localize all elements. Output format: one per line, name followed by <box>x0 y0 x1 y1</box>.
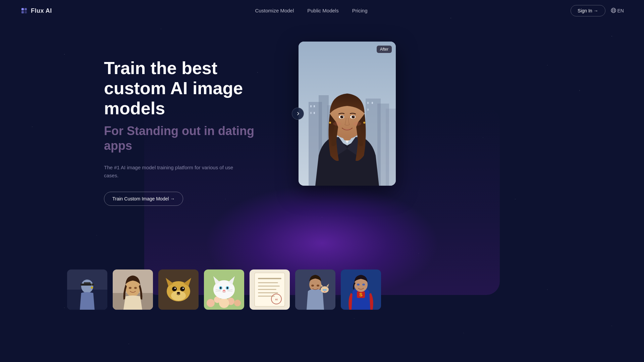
svg-rect-21 <box>367 109 369 111</box>
svg-point-54 <box>182 288 184 289</box>
bottom-image-strip: AI <box>0 263 644 316</box>
strip-item-2 <box>113 269 153 310</box>
nav-links: Customize Model Public Models Pricing <box>255 8 367 14</box>
nav-public-models[interactable]: Public Models <box>307 8 338 13</box>
strip-item-5: AI <box>250 269 290 310</box>
svg-point-61 <box>219 298 229 308</box>
navbar: Flux AI Customize Model Public Models Pr… <box>0 0 644 21</box>
svg-rect-3 <box>24 11 27 13</box>
hero-section: Train the best custom AI image models Fo… <box>0 21 644 256</box>
svg-point-51 <box>172 287 177 291</box>
nav-customize-model[interactable]: Customize Model <box>255 8 294 13</box>
svg-point-47 <box>134 287 137 289</box>
logo[interactable]: Flux AI <box>20 7 52 15</box>
svg-rect-20 <box>372 102 373 104</box>
svg-point-52 <box>180 287 185 291</box>
hero-title: Train the best custom AI image models <box>104 58 278 118</box>
svg-point-89 <box>317 285 319 287</box>
svg-point-66 <box>227 287 228 289</box>
logo-text: Flux AI <box>31 7 52 14</box>
svg-rect-18 <box>314 112 315 114</box>
svg-rect-2 <box>21 11 24 13</box>
svg-rect-40 <box>84 282 91 284</box>
signin-button[interactable]: Sign In → <box>571 5 605 16</box>
svg-point-30 <box>342 116 343 117</box>
svg-rect-75 <box>258 282 278 283</box>
svg-point-95 <box>362 284 365 286</box>
svg-rect-74 <box>258 278 281 279</box>
svg-point-42 <box>91 287 93 289</box>
train-cta-label: Train Custom Image Model → <box>112 196 175 201</box>
strip-item-6 <box>295 269 335 310</box>
train-cta-button[interactable]: Train Custom Image Model → <box>104 192 183 206</box>
nav-pricing[interactable]: Pricing <box>352 8 368 13</box>
svg-point-53 <box>174 288 176 289</box>
lang-text: EN <box>618 8 624 13</box>
svg-point-31 <box>354 116 354 117</box>
svg-point-88 <box>311 285 314 287</box>
hero-description: The #1 AI image model training platform … <box>104 164 238 180</box>
svg-point-87 <box>324 291 326 292</box>
svg-rect-77 <box>258 289 276 290</box>
hero-image-card: After <box>299 42 396 186</box>
hero-portrait <box>299 42 396 186</box>
svg-point-29 <box>353 116 355 118</box>
svg-rect-19 <box>367 102 369 104</box>
svg-point-34 <box>333 122 341 126</box>
after-badge: After <box>377 46 392 53</box>
logo-icon <box>20 7 28 15</box>
slider-arrow[interactable] <box>292 108 304 120</box>
svg-point-57 <box>207 299 215 307</box>
svg-point-5 <box>612 8 614 13</box>
svg-text:S: S <box>359 292 362 297</box>
svg-point-65 <box>220 287 221 289</box>
strip-item-3 <box>158 269 199 310</box>
svg-rect-14 <box>386 109 396 186</box>
svg-rect-17 <box>310 112 312 114</box>
strip-item-4 <box>204 269 244 310</box>
svg-point-28 <box>341 116 343 118</box>
nav-right: Sign In → EN <box>571 5 624 16</box>
hero-image-area: After <box>299 42 396 186</box>
svg-point-94 <box>357 284 360 286</box>
svg-point-85 <box>323 289 325 291</box>
hero-content: Train the best custom AI image models Fo… <box>104 48 278 206</box>
svg-rect-41 <box>92 284 92 287</box>
svg-point-33 <box>363 122 365 124</box>
svg-rect-76 <box>258 286 280 287</box>
strip-item-7: S <box>341 269 381 310</box>
svg-point-55 <box>177 292 180 294</box>
svg-point-67 <box>223 290 225 292</box>
strip-item-1 <box>67 269 107 310</box>
svg-rect-15 <box>310 105 312 107</box>
svg-text:AI: AI <box>275 298 278 301</box>
svg-point-60 <box>234 300 241 306</box>
svg-rect-1 <box>24 8 27 10</box>
svg-rect-78 <box>258 292 278 293</box>
lang-icon <box>611 8 616 14</box>
svg-rect-0 <box>21 8 24 10</box>
svg-point-38 <box>81 280 93 293</box>
lang-selector[interactable]: EN <box>611 8 624 14</box>
hero-subtitle: For Standing out in dating apps <box>104 124 278 153</box>
svg-point-35 <box>353 122 361 126</box>
svg-point-32 <box>329 122 331 124</box>
svg-rect-16 <box>314 105 315 107</box>
svg-point-4 <box>611 8 616 13</box>
svg-point-46 <box>129 287 131 289</box>
svg-point-86 <box>325 289 327 291</box>
